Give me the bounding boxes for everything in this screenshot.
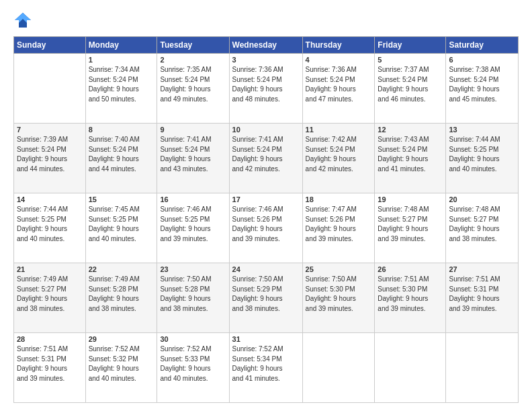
day-info: Sunrise: 7:47 AM Sunset: 5:26 PM Dayligh… bbox=[306, 205, 372, 244]
day-number: 1 bbox=[89, 56, 154, 64]
weekday-header-thursday: Thursday bbox=[302, 37, 375, 54]
day-number: 31 bbox=[232, 335, 300, 343]
day-number: 15 bbox=[89, 195, 154, 203]
weekday-header-monday: Monday bbox=[85, 37, 157, 54]
calendar-cell: 30Sunrise: 7:52 AM Sunset: 5:33 PM Dayli… bbox=[157, 333, 229, 403]
day-info: Sunrise: 7:51 AM Sunset: 5:31 PM Dayligh… bbox=[449, 275, 515, 314]
calendar-cell bbox=[302, 333, 375, 403]
day-number: 22 bbox=[89, 265, 154, 273]
day-info: Sunrise: 7:35 AM Sunset: 5:24 PM Dayligh… bbox=[160, 65, 226, 104]
calendar-cell: 5Sunrise: 7:37 AM Sunset: 5:24 PM Daylig… bbox=[375, 54, 446, 124]
day-info: Sunrise: 7:39 AM Sunset: 5:24 PM Dayligh… bbox=[17, 135, 83, 174]
calendar-cell: 12Sunrise: 7:43 AM Sunset: 5:24 PM Dayli… bbox=[375, 124, 446, 193]
day-info: Sunrise: 7:52 AM Sunset: 5:32 PM Dayligh… bbox=[89, 345, 154, 383]
day-number: 20 bbox=[449, 195, 515, 203]
day-number: 18 bbox=[306, 195, 372, 203]
calendar-cell: 8Sunrise: 7:40 AM Sunset: 5:24 PM Daylig… bbox=[85, 124, 157, 193]
calendar-week-1: 1Sunrise: 7:34 AM Sunset: 5:24 PM Daylig… bbox=[14, 54, 519, 124]
calendar-week-4: 21Sunrise: 7:49 AM Sunset: 5:27 PM Dayli… bbox=[14, 263, 519, 333]
calendar-cell: 19Sunrise: 7:48 AM Sunset: 5:27 PM Dayli… bbox=[375, 193, 446, 263]
day-number: 29 bbox=[89, 335, 154, 343]
day-info: Sunrise: 7:46 AM Sunset: 5:26 PM Dayligh… bbox=[232, 205, 300, 244]
day-number: 19 bbox=[378, 195, 443, 203]
calendar-cell: 14Sunrise: 7:44 AM Sunset: 5:25 PM Dayli… bbox=[14, 193, 86, 263]
calendar-cell: 3Sunrise: 7:36 AM Sunset: 5:24 PM Daylig… bbox=[229, 54, 302, 124]
calendar-body: 1Sunrise: 7:34 AM Sunset: 5:24 PM Daylig… bbox=[14, 54, 519, 403]
day-info: Sunrise: 7:52 AM Sunset: 5:34 PM Dayligh… bbox=[232, 345, 300, 383]
day-number: 5 bbox=[378, 56, 443, 64]
day-info: Sunrise: 7:44 AM Sunset: 5:25 PM Dayligh… bbox=[449, 135, 515, 174]
calendar-cell: 23Sunrise: 7:50 AM Sunset: 5:28 PM Dayli… bbox=[157, 263, 229, 333]
day-number: 6 bbox=[449, 56, 515, 64]
day-number: 8 bbox=[89, 126, 154, 134]
day-number: 21 bbox=[17, 265, 83, 273]
day-number: 7 bbox=[17, 126, 83, 134]
logo bbox=[13, 11, 36, 30]
day-number: 10 bbox=[232, 126, 300, 134]
calendar-cell: 22Sunrise: 7:49 AM Sunset: 5:28 PM Dayli… bbox=[85, 263, 157, 333]
calendar-cell: 18Sunrise: 7:47 AM Sunset: 5:26 PM Dayli… bbox=[302, 193, 375, 263]
day-info: Sunrise: 7:41 AM Sunset: 5:24 PM Dayligh… bbox=[232, 135, 300, 174]
day-info: Sunrise: 7:40 AM Sunset: 5:24 PM Dayligh… bbox=[89, 135, 154, 174]
calendar-cell: 27Sunrise: 7:51 AM Sunset: 5:31 PM Dayli… bbox=[446, 263, 519, 333]
day-number: 27 bbox=[449, 265, 515, 273]
day-number: 23 bbox=[160, 265, 226, 273]
day-number: 30 bbox=[160, 335, 226, 343]
day-info: Sunrise: 7:50 AM Sunset: 5:28 PM Dayligh… bbox=[160, 275, 226, 314]
day-number: 12 bbox=[378, 126, 443, 134]
calendar-cell: 9Sunrise: 7:41 AM Sunset: 5:24 PM Daylig… bbox=[157, 124, 229, 193]
day-info: Sunrise: 7:48 AM Sunset: 5:27 PM Dayligh… bbox=[449, 205, 515, 244]
calendar-cell: 1Sunrise: 7:34 AM Sunset: 5:24 PM Daylig… bbox=[85, 54, 157, 124]
weekday-header-friday: Friday bbox=[375, 37, 446, 54]
day-number: 26 bbox=[378, 265, 443, 273]
day-number: 14 bbox=[17, 195, 83, 203]
day-info: Sunrise: 7:46 AM Sunset: 5:25 PM Dayligh… bbox=[160, 205, 226, 244]
day-info: Sunrise: 7:34 AM Sunset: 5:24 PM Dayligh… bbox=[89, 65, 154, 104]
day-info: Sunrise: 7:48 AM Sunset: 5:27 PM Dayligh… bbox=[378, 205, 443, 244]
calendar-cell: 15Sunrise: 7:45 AM Sunset: 5:25 PM Dayli… bbox=[85, 193, 157, 263]
calendar-week-2: 7Sunrise: 7:39 AM Sunset: 5:24 PM Daylig… bbox=[14, 124, 519, 193]
calendar-cell bbox=[14, 54, 86, 124]
day-number: 16 bbox=[160, 195, 226, 203]
calendar-cell: 21Sunrise: 7:49 AM Sunset: 5:27 PM Dayli… bbox=[14, 263, 86, 333]
calendar-cell bbox=[446, 333, 519, 403]
calendar-cell: 20Sunrise: 7:48 AM Sunset: 5:27 PM Dayli… bbox=[446, 193, 519, 263]
day-info: Sunrise: 7:38 AM Sunset: 5:24 PM Dayligh… bbox=[449, 65, 515, 104]
day-info: Sunrise: 7:49 AM Sunset: 5:27 PM Dayligh… bbox=[17, 275, 83, 314]
calendar-week-5: 28Sunrise: 7:51 AM Sunset: 5:31 PM Dayli… bbox=[14, 333, 519, 403]
day-info: Sunrise: 7:43 AM Sunset: 5:24 PM Dayligh… bbox=[378, 135, 443, 174]
day-info: Sunrise: 7:44 AM Sunset: 5:25 PM Dayligh… bbox=[17, 205, 83, 244]
weekday-header-sunday: Sunday bbox=[14, 37, 86, 54]
day-info: Sunrise: 7:49 AM Sunset: 5:28 PM Dayligh… bbox=[89, 275, 154, 314]
weekday-header-wednesday: Wednesday bbox=[229, 37, 302, 54]
calendar-week-3: 14Sunrise: 7:44 AM Sunset: 5:25 PM Dayli… bbox=[14, 193, 519, 263]
day-info: Sunrise: 7:42 AM Sunset: 5:24 PM Dayligh… bbox=[306, 135, 372, 174]
calendar-cell: 24Sunrise: 7:50 AM Sunset: 5:29 PM Dayli… bbox=[229, 263, 302, 333]
logo-icon bbox=[13, 11, 32, 30]
day-info: Sunrise: 7:50 AM Sunset: 5:29 PM Dayligh… bbox=[232, 275, 300, 314]
calendar-cell: 16Sunrise: 7:46 AM Sunset: 5:25 PM Dayli… bbox=[157, 193, 229, 263]
day-number: 25 bbox=[306, 265, 372, 273]
weekday-header-saturday: Saturday bbox=[446, 37, 519, 54]
day-info: Sunrise: 7:51 AM Sunset: 5:30 PM Dayligh… bbox=[378, 275, 443, 314]
day-number: 9 bbox=[160, 126, 226, 134]
day-number: 4 bbox=[306, 56, 372, 64]
day-number: 13 bbox=[449, 126, 515, 134]
calendar-cell: 26Sunrise: 7:51 AM Sunset: 5:30 PM Dayli… bbox=[375, 263, 446, 333]
day-info: Sunrise: 7:36 AM Sunset: 5:24 PM Dayligh… bbox=[306, 65, 372, 104]
day-info: Sunrise: 7:41 AM Sunset: 5:24 PM Dayligh… bbox=[160, 135, 226, 174]
day-info: Sunrise: 7:52 AM Sunset: 5:33 PM Dayligh… bbox=[160, 345, 226, 383]
calendar-cell: 29Sunrise: 7:52 AM Sunset: 5:32 PM Dayli… bbox=[85, 333, 157, 403]
weekday-header-row: SundayMondayTuesdayWednesdayThursdayFrid… bbox=[14, 37, 519, 54]
page: SundayMondayTuesdayWednesdayThursdayFrid… bbox=[0, 0, 532, 411]
day-number: 3 bbox=[232, 56, 300, 64]
calendar-cell bbox=[375, 333, 446, 403]
calendar-cell: 11Sunrise: 7:42 AM Sunset: 5:24 PM Dayli… bbox=[302, 124, 375, 193]
day-info: Sunrise: 7:50 AM Sunset: 5:30 PM Dayligh… bbox=[306, 275, 372, 314]
calendar-cell: 4Sunrise: 7:36 AM Sunset: 5:24 PM Daylig… bbox=[302, 54, 375, 124]
header bbox=[13, 11, 519, 30]
calendar-cell: 6Sunrise: 7:38 AM Sunset: 5:24 PM Daylig… bbox=[446, 54, 519, 124]
calendar-table: SundayMondayTuesdayWednesdayThursdayFrid… bbox=[13, 36, 519, 403]
day-number: 24 bbox=[232, 265, 300, 273]
day-info: Sunrise: 7:45 AM Sunset: 5:25 PM Dayligh… bbox=[89, 205, 154, 244]
